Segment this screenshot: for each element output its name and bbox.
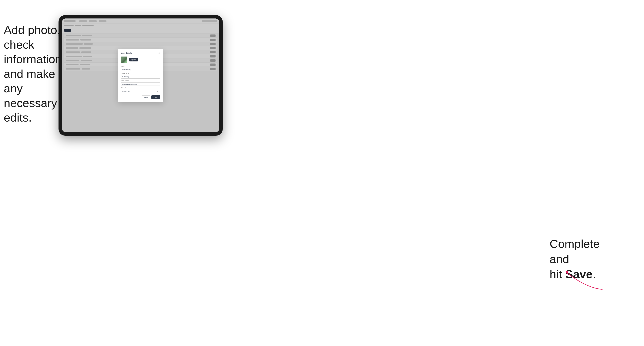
save-button[interactable]: ⬆ Save xyxy=(151,95,160,99)
user-details-modal: User details × Upload Name Dis xyxy=(118,49,163,102)
chevron-down-icon: ▲▼ xyxy=(157,90,160,92)
save-button-label: Save xyxy=(155,96,158,98)
user-photo-thumbnail xyxy=(121,56,128,63)
name-input[interactable] xyxy=(121,68,160,71)
school-year-label: School Year xyxy=(121,87,160,89)
school-year-select-wrapper: First Year Second Year Third Year Fourth… xyxy=(121,89,160,93)
email-field-group: Email address xyxy=(121,80,160,86)
save-icon: ⬆ xyxy=(153,96,154,98)
modal-title: User details xyxy=(121,52,132,54)
display-name-input[interactable] xyxy=(121,75,160,79)
annotation-left-text: Add photo, check information and make an… xyxy=(4,23,62,124)
upload-photo-button[interactable]: Upload xyxy=(129,58,138,61)
email-label: Email address xyxy=(121,80,160,81)
display-name-field-group: Display name xyxy=(121,73,160,79)
school-year-select[interactable]: First Year Second Year Third Year Fourth… xyxy=(121,90,160,93)
annotation-left: Add photo, check information and make an… xyxy=(4,23,64,125)
close-icon[interactable]: × xyxy=(158,52,160,54)
select-clear-icon[interactable]: × xyxy=(156,90,157,92)
name-field-group: Name xyxy=(121,66,160,71)
tablet-screen: User details × Upload Name Dis xyxy=(62,18,219,132)
modal-backdrop: User details × Upload Name Dis xyxy=(62,18,219,132)
modal-footer: Cancel ⬆ Save xyxy=(121,95,160,99)
email-input[interactable] xyxy=(121,82,160,86)
user-photo-image xyxy=(121,56,128,63)
svg-marker-1 xyxy=(566,271,568,274)
arrow-right-indicator xyxy=(552,261,604,291)
photo-section: Upload xyxy=(121,56,160,63)
select-icons: × ▲▼ xyxy=(156,90,160,92)
modal-header: User details × xyxy=(121,52,160,54)
cancel-button[interactable]: Cancel xyxy=(142,95,150,99)
name-label: Name xyxy=(121,66,160,67)
display-name-label: Display name xyxy=(121,73,160,74)
school-year-field-group: School Year First Year Second Year Third… xyxy=(121,87,160,93)
tablet-frame: User details × Upload Name Dis xyxy=(58,15,223,136)
